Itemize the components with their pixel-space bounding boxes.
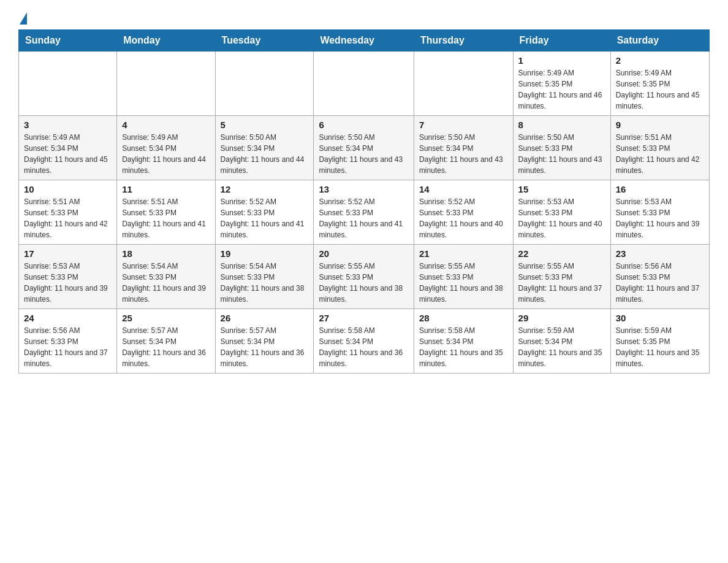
day-number: 29 bbox=[518, 313, 605, 323]
calendar-cell: 5Sunrise: 5:50 AMSunset: 5:34 PMDaylight… bbox=[215, 116, 314, 180]
day-number: 24 bbox=[24, 313, 112, 323]
day-info: Sunrise: 5:49 AMSunset: 5:35 PMDaylight:… bbox=[518, 67, 605, 112]
day-number: 11 bbox=[122, 184, 210, 194]
calendar-cell: 12Sunrise: 5:52 AMSunset: 5:33 PMDayligh… bbox=[215, 180, 314, 245]
day-info: Sunrise: 5:51 AMSunset: 5:33 PMDaylight:… bbox=[616, 132, 704, 176]
calendar-header-row: SundayMondayTuesdayWednesdayThursdayFrid… bbox=[19, 30, 710, 52]
calendar-header-monday: Monday bbox=[117, 30, 215, 52]
day-number: 26 bbox=[221, 313, 309, 323]
day-info: Sunrise: 5:53 AMSunset: 5:33 PMDaylight:… bbox=[518, 196, 605, 240]
day-info: Sunrise: 5:52 AMSunset: 5:33 PMDaylight:… bbox=[319, 196, 408, 240]
day-info: Sunrise: 5:49 AMSunset: 5:35 PMDaylight:… bbox=[616, 67, 704, 112]
calendar-cell: 17Sunrise: 5:53 AMSunset: 5:33 PMDayligh… bbox=[19, 245, 117, 309]
day-number: 1 bbox=[518, 55, 605, 66]
calendar-cell: 18Sunrise: 5:54 AMSunset: 5:33 PMDayligh… bbox=[117, 245, 215, 309]
day-number: 7 bbox=[419, 120, 508, 130]
calendar-header-sunday: Sunday bbox=[19, 30, 117, 52]
day-number: 3 bbox=[24, 120, 112, 130]
calendar-cell: 7Sunrise: 5:50 AMSunset: 5:34 PMDaylight… bbox=[414, 116, 513, 180]
calendar-cell bbox=[215, 52, 314, 116]
day-number: 9 bbox=[616, 120, 704, 130]
day-number: 6 bbox=[319, 120, 408, 130]
day-info: Sunrise: 5:50 AMSunset: 5:34 PMDaylight:… bbox=[221, 132, 309, 176]
day-number: 14 bbox=[419, 184, 508, 194]
logo-triangle-icon bbox=[20, 12, 27, 25]
calendar-cell: 25Sunrise: 5:57 AMSunset: 5:34 PMDayligh… bbox=[117, 309, 215, 373]
calendar-cell: 9Sunrise: 5:51 AMSunset: 5:33 PMDaylight… bbox=[610, 116, 709, 180]
calendar-header-tuesday: Tuesday bbox=[215, 30, 314, 52]
calendar-cell: 8Sunrise: 5:50 AMSunset: 5:33 PMDaylight… bbox=[513, 116, 610, 180]
day-number: 25 bbox=[122, 313, 210, 323]
day-number: 10 bbox=[24, 184, 112, 194]
calendar-cell: 20Sunrise: 5:55 AMSunset: 5:33 PMDayligh… bbox=[314, 245, 414, 309]
day-info: Sunrise: 5:55 AMSunset: 5:33 PMDaylight:… bbox=[419, 261, 508, 305]
calendar-week-row: 3Sunrise: 5:49 AMSunset: 5:34 PMDaylight… bbox=[19, 116, 710, 180]
calendar-cell: 13Sunrise: 5:52 AMSunset: 5:33 PMDayligh… bbox=[314, 180, 414, 245]
day-number: 2 bbox=[616, 55, 704, 66]
calendar-cell: 29Sunrise: 5:59 AMSunset: 5:34 PMDayligh… bbox=[513, 309, 610, 373]
day-number: 30 bbox=[616, 313, 704, 323]
calendar-cell: 19Sunrise: 5:54 AMSunset: 5:33 PMDayligh… bbox=[215, 245, 314, 309]
calendar-header-wednesday: Wednesday bbox=[314, 30, 414, 52]
calendar-cell: 14Sunrise: 5:52 AMSunset: 5:33 PMDayligh… bbox=[414, 180, 513, 245]
calendar-cell bbox=[117, 52, 215, 116]
logo-text bbox=[18, 12, 27, 26]
logo bbox=[18, 12, 27, 23]
day-info: Sunrise: 5:55 AMSunset: 5:33 PMDaylight:… bbox=[518, 261, 605, 305]
day-number: 21 bbox=[419, 248, 508, 259]
calendar-cell: 27Sunrise: 5:58 AMSunset: 5:34 PMDayligh… bbox=[314, 309, 414, 373]
calendar-cell: 28Sunrise: 5:58 AMSunset: 5:34 PMDayligh… bbox=[414, 309, 513, 373]
calendar-header-saturday: Saturday bbox=[610, 30, 709, 52]
day-number: 5 bbox=[221, 120, 309, 130]
calendar-cell: 24Sunrise: 5:56 AMSunset: 5:33 PMDayligh… bbox=[19, 309, 117, 373]
calendar-cell bbox=[19, 52, 117, 116]
calendar-week-row: 24Sunrise: 5:56 AMSunset: 5:33 PMDayligh… bbox=[19, 309, 710, 373]
day-number: 4 bbox=[122, 120, 210, 130]
day-number: 16 bbox=[616, 184, 704, 194]
day-info: Sunrise: 5:57 AMSunset: 5:34 PMDaylight:… bbox=[221, 325, 309, 369]
calendar-cell: 2Sunrise: 5:49 AMSunset: 5:35 PMDaylight… bbox=[610, 52, 709, 116]
day-info: Sunrise: 5:51 AMSunset: 5:33 PMDaylight:… bbox=[122, 196, 210, 240]
calendar-cell: 15Sunrise: 5:53 AMSunset: 5:33 PMDayligh… bbox=[513, 180, 610, 245]
day-number: 20 bbox=[319, 248, 408, 259]
calendar-week-row: 1Sunrise: 5:49 AMSunset: 5:35 PMDaylight… bbox=[19, 52, 710, 116]
day-info: Sunrise: 5:53 AMSunset: 5:33 PMDaylight:… bbox=[616, 196, 704, 240]
day-info: Sunrise: 5:53 AMSunset: 5:33 PMDaylight:… bbox=[24, 261, 112, 305]
calendar-cell: 3Sunrise: 5:49 AMSunset: 5:34 PMDaylight… bbox=[19, 116, 117, 180]
day-info: Sunrise: 5:56 AMSunset: 5:33 PMDaylight:… bbox=[616, 261, 704, 305]
day-info: Sunrise: 5:51 AMSunset: 5:33 PMDaylight:… bbox=[24, 196, 112, 240]
calendar-cell: 21Sunrise: 5:55 AMSunset: 5:33 PMDayligh… bbox=[414, 245, 513, 309]
page-header bbox=[18, 12, 710, 23]
day-number: 23 bbox=[616, 248, 704, 259]
calendar-cell: 6Sunrise: 5:50 AMSunset: 5:34 PMDaylight… bbox=[314, 116, 414, 180]
calendar-cell: 26Sunrise: 5:57 AMSunset: 5:34 PMDayligh… bbox=[215, 309, 314, 373]
day-info: Sunrise: 5:50 AMSunset: 5:34 PMDaylight:… bbox=[419, 132, 508, 176]
day-info: Sunrise: 5:50 AMSunset: 5:34 PMDaylight:… bbox=[319, 132, 408, 176]
day-info: Sunrise: 5:57 AMSunset: 5:34 PMDaylight:… bbox=[122, 325, 210, 369]
calendar-header-thursday: Thursday bbox=[414, 30, 513, 52]
calendar-cell: 10Sunrise: 5:51 AMSunset: 5:33 PMDayligh… bbox=[19, 180, 117, 245]
day-number: 28 bbox=[419, 313, 508, 323]
day-number: 13 bbox=[319, 184, 408, 194]
day-info: Sunrise: 5:52 AMSunset: 5:33 PMDaylight:… bbox=[419, 196, 508, 240]
calendar-cell: 23Sunrise: 5:56 AMSunset: 5:33 PMDayligh… bbox=[610, 245, 709, 309]
day-info: Sunrise: 5:58 AMSunset: 5:34 PMDaylight:… bbox=[419, 325, 508, 369]
day-info: Sunrise: 5:56 AMSunset: 5:33 PMDaylight:… bbox=[24, 325, 112, 369]
day-number: 8 bbox=[518, 120, 605, 130]
day-info: Sunrise: 5:49 AMSunset: 5:34 PMDaylight:… bbox=[24, 132, 112, 176]
calendar-cell: 11Sunrise: 5:51 AMSunset: 5:33 PMDayligh… bbox=[117, 180, 215, 245]
day-number: 12 bbox=[221, 184, 309, 194]
day-info: Sunrise: 5:54 AMSunset: 5:33 PMDaylight:… bbox=[122, 261, 210, 305]
day-info: Sunrise: 5:58 AMSunset: 5:34 PMDaylight:… bbox=[319, 325, 408, 369]
calendar-cell: 4Sunrise: 5:49 AMSunset: 5:34 PMDaylight… bbox=[117, 116, 215, 180]
calendar-table: SundayMondayTuesdayWednesdayThursdayFrid… bbox=[18, 29, 710, 373]
calendar-cell: 22Sunrise: 5:55 AMSunset: 5:33 PMDayligh… bbox=[513, 245, 610, 309]
day-number: 27 bbox=[319, 313, 408, 323]
day-number: 15 bbox=[518, 184, 605, 194]
calendar-header-friday: Friday bbox=[513, 30, 610, 52]
calendar-cell bbox=[314, 52, 414, 116]
day-number: 22 bbox=[518, 248, 605, 259]
calendar-cell: 30Sunrise: 5:59 AMSunset: 5:35 PMDayligh… bbox=[610, 309, 709, 373]
day-info: Sunrise: 5:54 AMSunset: 5:33 PMDaylight:… bbox=[221, 261, 309, 305]
calendar-week-row: 10Sunrise: 5:51 AMSunset: 5:33 PMDayligh… bbox=[19, 180, 710, 245]
